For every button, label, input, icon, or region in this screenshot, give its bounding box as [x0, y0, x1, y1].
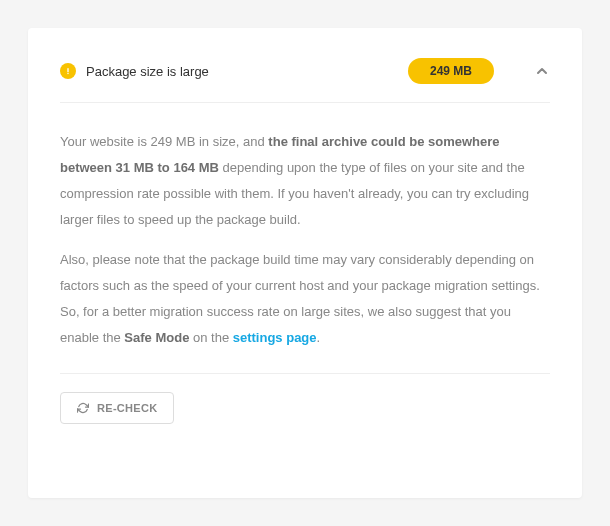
refresh-icon — [77, 402, 89, 414]
body-paragraph-1: Your website is 249 MB in size, and the … — [60, 129, 550, 233]
package-size-warning-card: Package size is large 249 MB Your websit… — [28, 28, 582, 498]
body-p2-suffix: . — [317, 330, 321, 345]
recheck-label: RE-CHECK — [97, 402, 157, 414]
body-p2-mid: on the — [189, 330, 232, 345]
body-p2-bold: Safe Mode — [124, 330, 189, 345]
card-body: Your website is 249 MB in size, and the … — [60, 103, 550, 374]
body-p1-prefix: Your website is 249 MB in size, and — [60, 134, 268, 149]
size-badge: 249 MB — [408, 58, 494, 84]
recheck-button[interactable]: RE-CHECK — [60, 392, 174, 424]
settings-page-link[interactable]: settings page — [233, 330, 317, 345]
card-header[interactable]: Package size is large 249 MB — [60, 58, 550, 103]
chevron-up-icon[interactable] — [534, 63, 550, 79]
card-title: Package size is large — [86, 64, 209, 79]
warning-icon — [60, 63, 76, 79]
card-footer: RE-CHECK — [60, 374, 550, 424]
body-paragraph-2: Also, please note that the package build… — [60, 247, 550, 351]
